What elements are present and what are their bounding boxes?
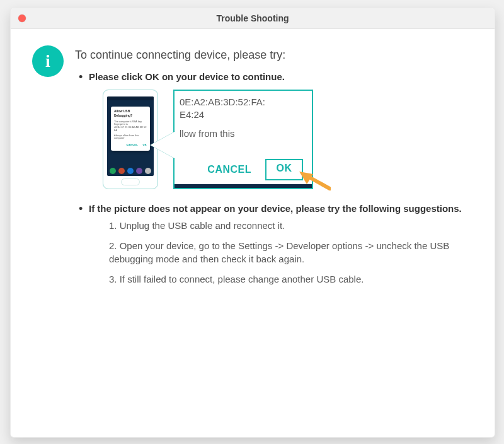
illustration: Allow USB Debugging? The computer's RSA … — [103, 90, 313, 190]
phone-illustration: Allow USB Debugging? The computer's RSA … — [103, 90, 158, 189]
phone-dialog: Allow USB Debugging? The computer's RSA … — [111, 107, 150, 151]
phone-dialog-title: Allow USB Debugging? — [114, 109, 147, 119]
dock-icon — [145, 168, 151, 174]
instruction-click-ok: Please click OK on your device to contin… — [89, 71, 285, 82]
phone-cancel-button: CANCEL — [127, 143, 138, 146]
phone-dialog-always: Always allow from this computer — [114, 134, 147, 141]
zoom-panel: 0E:A2:AB:3D:52:FA: E4:24 llow from this … — [173, 90, 313, 189]
zoom-fingerprint-line: E4:24 — [180, 108, 306, 121]
phone-home-button — [121, 178, 140, 185]
info-icon: i — [32, 45, 64, 77]
phone-dock — [107, 166, 154, 176]
dialog-window: Trouble Shooting i To continue connectin… — [10, 8, 495, 438]
zoom-bottom-strip — [175, 184, 312, 188]
phone-dialog-line: 48 B4 67 21 0E A2 AB 3D 52 FA — [114, 126, 147, 132]
window-title: Trouble Shooting — [216, 13, 289, 23]
phone-statusbar — [107, 96, 154, 100]
phone-ok-button: OK — [142, 143, 147, 146]
svg-line-0 — [308, 177, 331, 189]
titlebar: Trouble Shooting — [11, 8, 495, 29]
step-item: 3. If still failed to connect, please ch… — [109, 273, 473, 286]
instruction-fallback: If the picture does not appear on your d… — [89, 203, 462, 214]
ok-button[interactable]: OK — [265, 159, 303, 180]
close-icon[interactable] — [18, 15, 26, 22]
dock-icon — [110, 168, 116, 174]
arrow-icon — [299, 172, 331, 190]
step-item: 1. Unplug the USB cable and reconnect it… — [109, 219, 473, 232]
speech-pointer — [151, 131, 176, 159]
dock-icon — [136, 168, 142, 174]
content-area: To continue connecting device, please tr… — [75, 45, 473, 293]
dock-icon — [127, 168, 134, 174]
cancel-button[interactable]: CANCEL — [207, 162, 251, 177]
zoom-fingerprint-line: 0E:A2:AB:3D:52:FA: — [180, 96, 306, 108]
dock-icon — [118, 168, 125, 174]
zoom-text: 0E:A2:AB:3D:52:FA: E4:24 llow from this — [175, 91, 312, 141]
page-heading: To continue connecting device, please tr… — [75, 47, 473, 64]
step-item: 2. Open your device, go to the Settings … — [109, 240, 473, 266]
zoom-allow-line: llow from this — [180, 127, 306, 140]
phone-screen: Allow USB Debugging? The computer's RSA … — [107, 96, 154, 176]
